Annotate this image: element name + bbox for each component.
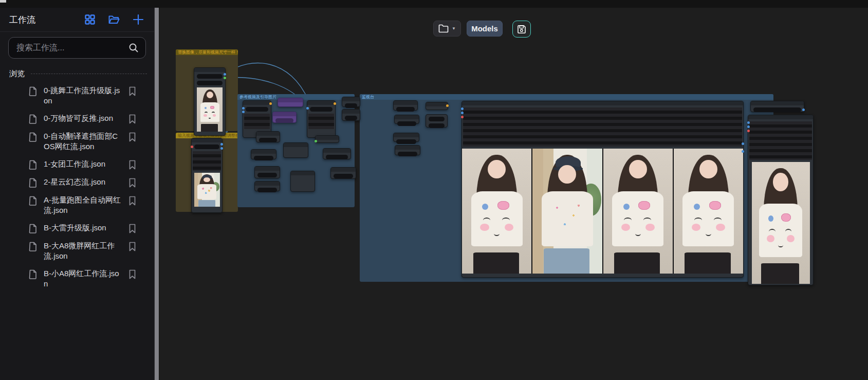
graph-node[interactable] [278, 98, 303, 107]
sidebar-scrollbar[interactable] [154, 8, 159, 380]
node-port[interactable] [742, 150, 744, 153]
node-port[interactable] [747, 125, 750, 128]
graph-node[interactable] [750, 101, 804, 112]
node-header[interactable] [284, 143, 308, 147]
graph-node[interactable] [254, 166, 280, 178]
node-widget[interactable] [275, 118, 293, 123]
node-header[interactable] [251, 150, 276, 154]
graph-node[interactable] [194, 67, 226, 136]
workflow-list-item[interactable]: 0-跳舞工作流升级版.json [0, 82, 154, 110]
grid-layout-icon[interactable] [84, 14, 96, 25]
node-header[interactable] [426, 102, 448, 106]
node-port[interactable] [306, 107, 309, 110]
bookmark-icon[interactable] [128, 196, 136, 206]
graph-node[interactable] [748, 115, 814, 285]
node-widget-rows[interactable] [244, 114, 270, 129]
node-header[interactable] [255, 182, 280, 186]
graph-node[interactable] [191, 138, 223, 213]
node-header[interactable] [256, 132, 280, 136]
node-header[interactable] [395, 146, 420, 150]
graph-node[interactable] [290, 171, 315, 192]
node-widget[interactable] [257, 173, 277, 177]
bookmark-icon[interactable] [128, 160, 136, 170]
node-header[interactable] [751, 101, 804, 105]
graph-node[interactable] [254, 181, 280, 191]
graph-node[interactable] [330, 167, 356, 179]
node-port[interactable] [191, 146, 193, 148]
node-header[interactable] [255, 167, 280, 171]
node-header[interactable] [194, 68, 225, 72]
bookmark-icon[interactable] [128, 86, 136, 96]
node-port[interactable] [461, 107, 464, 110]
save-workflow-button[interactable] [512, 21, 531, 38]
node-header[interactable] [278, 98, 303, 102]
graph-node[interactable] [307, 100, 336, 138]
node-canvas[interactable]: 替换图像，尽量和视频尺寸一样！简单背景最好输入视频，读取上限调整可调整视频长度参… [159, 8, 868, 380]
node-port[interactable] [224, 77, 226, 79]
node-port[interactable] [461, 116, 464, 118]
node-port[interactable] [269, 102, 272, 105]
open-folder-icon[interactable] [108, 14, 120, 25]
node-port[interactable] [242, 107, 245, 110]
node-port[interactable] [446, 104, 449, 107]
node-widget-rows[interactable] [463, 107, 742, 147]
models-button[interactable]: Models [467, 21, 503, 37]
node-header[interactable] [394, 101, 417, 105]
node-widget[interactable] [753, 107, 801, 112]
graph-node[interactable] [251, 149, 276, 159]
node-widget[interactable] [254, 156, 273, 160]
node-widget[interactable] [310, 107, 333, 112]
node-widget[interactable] [246, 107, 268, 112]
node-widget[interactable] [396, 139, 416, 144]
node-header[interactable] [748, 115, 813, 119]
graph-node[interactable] [395, 145, 420, 155]
bookmark-icon[interactable] [128, 132, 136, 142]
graph-node[interactable] [272, 112, 297, 123]
workflow-list-item[interactable]: 0-万物皆可反推.json [0, 110, 154, 128]
node-widget-rows[interactable] [749, 121, 812, 160]
node-widget[interactable] [429, 123, 445, 128]
node-header[interactable] [394, 133, 419, 137]
node-port[interactable] [224, 73, 226, 76]
node-port[interactable] [747, 130, 750, 132]
bookmark-icon[interactable] [128, 242, 136, 251]
node-widget[interactable] [334, 174, 353, 178]
workflow-list-item[interactable]: 0-自动翻译遮挡面部COS网红流.json [0, 128, 154, 155]
workflow-list-item[interactable]: 2-星云幻态流.json [0, 173, 154, 191]
node-header[interactable] [273, 112, 296, 116]
node-header[interactable] [307, 101, 335, 105]
graph-node[interactable] [283, 142, 308, 158]
node-header[interactable] [192, 138, 222, 142]
graph-node[interactable] [426, 102, 448, 110]
top-tab[interactable] [0, 0, 6, 3]
node-port[interactable] [461, 112, 464, 114]
graph-node[interactable] [323, 148, 351, 159]
workflow-list-item[interactable]: 1-女团工作流.json [0, 155, 154, 173]
node-header[interactable] [323, 149, 350, 153]
node-widget[interactable] [197, 74, 223, 79]
graph-node[interactable] [342, 109, 360, 121]
graph-node[interactable] [393, 133, 419, 142]
graph-node[interactable] [426, 114, 448, 128]
graph-node[interactable] [394, 115, 419, 124]
node-header[interactable] [331, 168, 356, 172]
node-widget[interactable] [259, 138, 277, 142]
node-widget[interactable] [326, 155, 348, 159]
workflow-list-item[interactable]: B-大A8微胖网红工作流.json [0, 237, 154, 265]
node-header[interactable] [342, 110, 360, 114]
node-port[interactable] [242, 111, 245, 113]
node-widget[interactable] [396, 107, 415, 112]
node-widget[interactable] [397, 121, 416, 126]
node-widget-rows[interactable] [193, 151, 221, 171]
node-widget[interactable] [194, 144, 219, 149]
node-port[interactable] [315, 140, 317, 142]
search-input[interactable] [15, 43, 128, 53]
node-port[interactable] [220, 143, 223, 146]
node-widget-rows[interactable] [308, 114, 334, 129]
bookmark-icon[interactable] [128, 269, 136, 279]
node-header[interactable] [243, 101, 271, 105]
node-header[interactable] [316, 136, 339, 140]
node-port[interactable] [747, 121, 750, 124]
node-port[interactable] [802, 108, 805, 111]
graph-node[interactable] [461, 101, 744, 278]
